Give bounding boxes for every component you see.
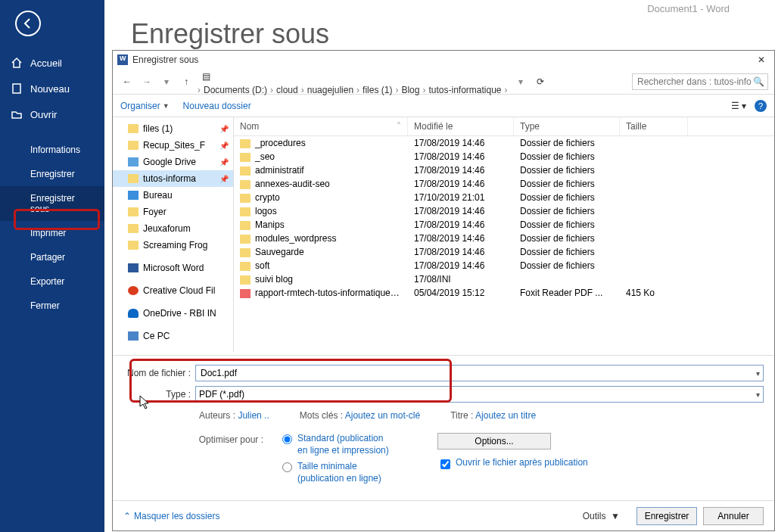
cancel-button[interactable]: Annuler xyxy=(703,507,764,525)
file-type: Dossier de fichiers xyxy=(514,232,620,244)
tree-item[interactable]: OneDrive - RBI IN xyxy=(113,305,233,322)
chevron-down-icon[interactable]: ▾ xyxy=(756,369,760,378)
tree-item[interactable]: tutos-informa📌 xyxy=(113,170,233,187)
view-button[interactable]: ☰ ▾ xyxy=(730,98,747,114)
chevron-down-icon[interactable]: ▾ xyxy=(756,390,760,399)
file-size xyxy=(620,224,688,226)
tree-item-label: Jeuxaforum xyxy=(143,223,191,234)
tree-item[interactable]: Ce PC xyxy=(113,328,233,344)
file-type: Dossier de fichiers xyxy=(514,164,620,176)
sidebar-item-accueil[interactable]: Accueil xyxy=(0,50,104,76)
nav-up-button[interactable]: ↑ xyxy=(178,73,195,90)
sidebar-item-label: Partager xyxy=(30,252,65,263)
tools-dropdown[interactable]: Outils ▼ xyxy=(583,511,620,521)
sidebar-item-nouveau[interactable]: Nouveau xyxy=(0,76,104,101)
file-modified: 17/08/2019 14:46 xyxy=(408,260,514,272)
folder-tree[interactable]: files (1)📌Recup_Sites_F📌Google Drive📌tut… xyxy=(113,117,234,352)
sidebar-item-imprimer[interactable]: Imprimer xyxy=(0,221,104,245)
svg-rect-0 xyxy=(13,84,20,93)
file-row[interactable]: administratif17/08/2019 14:46Dossier de … xyxy=(234,163,774,177)
filename-field[interactable]: ▾ xyxy=(195,365,764,381)
sidebar-item-label: Exporter xyxy=(30,276,64,287)
authors-label: Auteurs : xyxy=(199,410,235,421)
sidebar-item-exporter[interactable]: Exporter xyxy=(0,269,104,294)
keywords-label: Mots clés : xyxy=(300,410,343,421)
file-type: Dossier de fichiers xyxy=(514,151,620,163)
folder-icon xyxy=(240,180,251,189)
file-row[interactable]: Manips17/08/2019 14:46Dossier de fichier… xyxy=(234,218,774,232)
tree-item[interactable]: Microsoft Word xyxy=(113,260,233,276)
breadcrumb[interactable]: tutos-informatique xyxy=(425,83,504,97)
back-button[interactable] xyxy=(15,11,41,36)
file-row[interactable]: Sauvegarde17/08/2019 14:46Dossier de fic… xyxy=(234,245,774,259)
folder-icon xyxy=(240,262,251,271)
app-title: Document1 - Word xyxy=(647,3,730,14)
tree-item[interactable]: Foyer xyxy=(113,204,233,220)
file-row[interactable]: _procedures17/08/2019 14:46Dossier de fi… xyxy=(234,136,774,150)
filename-input[interactable] xyxy=(199,367,756,379)
nav-forward-button[interactable]: → xyxy=(139,73,155,90)
sidebar-item-ouvrir[interactable]: Ouvrir xyxy=(0,101,104,127)
sidebar-item-fermer[interactable]: Fermer xyxy=(0,294,104,318)
file-row[interactable]: annexes-audit-seo17/08/2019 14:46Dossier… xyxy=(234,177,774,191)
nav-recent-button[interactable]: ▾ xyxy=(158,73,175,90)
breadcrumb[interactable]: cloud xyxy=(273,83,301,97)
file-row[interactable]: soft17/08/2019 14:46Dossier de fichiers xyxy=(234,259,774,272)
file-type: Dossier de fichiers xyxy=(514,205,620,217)
optimize-standard-radio[interactable]: Standard (publication en ligne et impres… xyxy=(279,433,392,456)
help-button[interactable]: ? xyxy=(755,100,767,112)
file-row[interactable]: modules_wordpress17/08/2019 14:46Dossier… xyxy=(234,232,774,245)
tree-item[interactable]: Creative Cloud Fil xyxy=(113,282,233,299)
open-after-checkbox[interactable]: Ouvrir le fichier après publication xyxy=(437,457,588,471)
nav-back-button[interactable]: ← xyxy=(119,73,135,90)
tree-item-label: Google Drive xyxy=(143,157,196,167)
keywords-link[interactable]: Ajoutez un mot-clé xyxy=(345,410,420,421)
breadcrumb[interactable]: files (1) xyxy=(359,83,395,97)
title-link[interactable]: Ajoutez un titre xyxy=(475,410,536,421)
file-row[interactable]: rapport-rmtech-tutos-informatique_com...… xyxy=(234,286,774,300)
search-input[interactable] xyxy=(636,76,753,88)
options-button[interactable]: Options... xyxy=(437,433,551,450)
tree-item[interactable]: files (1)📌 xyxy=(113,120,233,137)
tree-item[interactable]: Recup_Sites_F📌 xyxy=(113,137,233,154)
col-header-size[interactable]: Taille xyxy=(620,117,688,135)
refresh-button[interactable]: ⟳ xyxy=(532,73,549,90)
file-list: Nom ˄ Modifié le Type Taille _procedures… xyxy=(234,117,774,352)
folder-icon xyxy=(240,235,251,244)
file-row[interactable]: _seo17/08/2019 14:46Dossier de fichiers xyxy=(234,150,774,163)
folder-icon xyxy=(128,207,139,216)
organize-button[interactable]: Organiser ▼ xyxy=(120,101,170,111)
file-row[interactable]: crypto17/10/2019 21:01Dossier de fichier… xyxy=(234,191,774,204)
sidebar-item-partager[interactable]: Partager xyxy=(0,245,104,269)
sidebar-item-informations[interactable]: Informations xyxy=(0,138,104,162)
breadcrumb[interactable]: nuagejulien xyxy=(304,83,356,97)
tree-item-label: Creative Cloud Fil xyxy=(143,285,215,296)
file-name: soft xyxy=(255,260,269,271)
breadcrumb[interactable]: Documents (D:) xyxy=(201,83,270,97)
file-row[interactable]: logos17/08/2019 14:46Dossier de fichiers xyxy=(234,204,774,218)
sidebar-item-label: Nouveau xyxy=(30,83,70,95)
file-modified: 17/08/2019 14:46 xyxy=(408,137,514,149)
col-header-modified[interactable]: Modifié le xyxy=(408,117,514,135)
nav-dropdown-button[interactable]: ▾ xyxy=(512,73,529,90)
filetype-field[interactable]: PDF (*.pdf) ▾ xyxy=(195,386,764,403)
close-button[interactable]: ✕ xyxy=(753,53,770,67)
optimize-min-radio[interactable]: Taille minimale (publication en ligne) xyxy=(279,461,392,484)
tree-item[interactable]: Screaming Frog xyxy=(113,237,233,254)
tree-item[interactable]: Google Drive📌 xyxy=(113,154,233,170)
new-folder-button[interactable]: Nouveau dossier xyxy=(183,101,251,111)
col-header-type[interactable]: Type xyxy=(514,117,620,135)
file-type: Dossier de fichiers xyxy=(514,260,620,272)
sidebar-item-enregistrer-sous[interactable]: Enregistrer sous xyxy=(0,186,104,221)
search-box[interactable]: 🔍 xyxy=(632,73,768,90)
save-button[interactable]: Enregistrer xyxy=(636,507,697,525)
tree-item[interactable]: Jeuxaforum xyxy=(113,220,233,237)
authors-value[interactable]: Julien .. xyxy=(238,410,269,421)
sidebar-item-enregistrer[interactable]: Enregistrer xyxy=(0,162,104,186)
file-row[interactable]: suivi blog17/08/INI xyxy=(234,272,774,286)
breadcrumb[interactable]: Blog xyxy=(398,83,422,97)
col-header-name[interactable]: Nom ˄ xyxy=(234,117,408,135)
hide-folders-button[interactable]: ⌃ Masquer les dossiers xyxy=(123,511,219,521)
tree-item[interactable]: Bureau xyxy=(113,187,233,204)
filetype-label: Type : xyxy=(123,389,195,400)
